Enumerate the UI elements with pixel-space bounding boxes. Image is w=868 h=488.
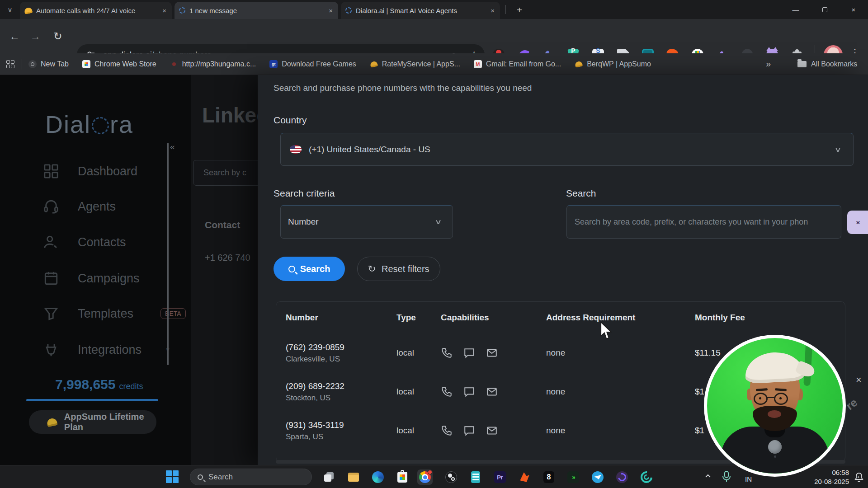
sidebar-collapse-icon[interactable]: « — [170, 142, 175, 152]
col-fee: Monthly Fee — [695, 313, 785, 323]
bookmark-new-tab[interactable]: New Tab — [28, 60, 69, 68]
notes-app-button[interactable] — [468, 469, 483, 485]
mms-capability-icon — [486, 347, 498, 359]
tab-appsumo[interactable]: Automate calls with 24/7 AI voice × — [20, 2, 172, 19]
edge-button[interactable] — [370, 469, 386, 485]
microsoft-store-button[interactable] — [395, 469, 410, 485]
start-button[interactable] — [165, 470, 179, 483]
sidebar-item-templates[interactable]: Templates BETA — [43, 306, 186, 321]
gmail-icon: M — [474, 60, 482, 68]
col-type: Type — [396, 313, 441, 323]
mp3-site-icon — [170, 60, 178, 68]
funnel-icon — [43, 306, 59, 321]
dialora-favicon — [179, 7, 185, 14]
sidebar-item-agents[interactable]: Agents — [43, 199, 116, 214]
swirl-app-button[interactable] — [614, 469, 630, 485]
headset-icon — [43, 199, 59, 214]
sidebar-scrollbar[interactable] — [167, 143, 169, 365]
calendar-icon — [43, 271, 59, 286]
microphone-icon[interactable] — [722, 471, 731, 483]
search-label: Search — [566, 188, 596, 199]
search-criteria-label: Search criteria — [274, 188, 335, 199]
notification-bell-icon[interactable]: z — [854, 472, 864, 483]
reset-filters-button[interactable]: ↺ Reset filters — [357, 257, 440, 281]
tray-expand-icon[interactable] — [704, 473, 712, 480]
chrome-button[interactable] — [417, 469, 433, 485]
close-window-button[interactable]: × — [839, 0, 868, 19]
orange-bird-app-button[interactable] — [517, 469, 532, 485]
search-input[interactable]: Search by area code, prefix, or characte… — [566, 205, 841, 239]
col-number: Number — [286, 313, 396, 323]
tab-dialora-active[interactable]: 1 new message × — [175, 2, 338, 19]
sidebar-item-campaigns[interactable]: Campaigns — [43, 271, 140, 286]
tab-close-icon[interactable]: × — [490, 7, 495, 14]
sidebar-item-contacts[interactable]: Contacts — [43, 235, 126, 250]
person-icon — [43, 235, 59, 250]
country-select[interactable]: (+1) United States/Canada - US ∨ — [280, 133, 854, 166]
tab-strip: ∨ Automate calls with 24/7 AI voice × 1 … — [0, 0, 868, 19]
green-chevrons-app-button[interactable]: ›› — [566, 469, 581, 485]
appsumo-plan-badge[interactable]: AppSumo Lifetime Plan — [29, 410, 156, 434]
taskbar-search[interactable]: Search — [190, 469, 312, 485]
dashboard-icon — [43, 164, 59, 179]
maximize-button[interactable] — [810, 0, 839, 19]
credits-counter: 7,998,655credits — [55, 377, 143, 392]
col-address: Address Requirement — [546, 313, 695, 323]
background-search-input: Search by c — [193, 160, 258, 186]
us-flag-icon — [290, 145, 302, 154]
country-label: Country — [274, 115, 307, 126]
webcam-close-icon[interactable]: × — [856, 374, 862, 386]
tab-divider — [505, 5, 506, 14]
tab-close-icon[interactable]: × — [328, 7, 334, 14]
bookmarks-bar: New Tab Chrome Web Store http://mp3hunga… — [0, 53, 868, 75]
bookmark-download-free-games[interactable]: gt Download Free Games — [269, 60, 356, 68]
bookmark-berqwp[interactable]: BerqWP | AppSumo — [575, 60, 651, 68]
voice-capability-icon — [441, 425, 453, 436]
new-tab-button[interactable]: + — [513, 3, 526, 17]
sidebar-item-dashboard[interactable]: Dashboard — [43, 164, 137, 179]
tab-dialora-site[interactable]: Dialora.ai | Smart AI Voice Agents × — [341, 2, 500, 19]
back-icon[interactable]: ← — [5, 27, 24, 45]
sms-capability-icon — [463, 386, 475, 398]
background-heading: Linked — [202, 103, 258, 127]
bookmark-chrome-web-store[interactable]: Chrome Web Store — [82, 60, 156, 68]
extension-side-handle[interactable]: ›‹ — [847, 211, 868, 234]
credits-progress-bar — [26, 399, 158, 401]
appsumo-taco-icon — [370, 60, 378, 68]
obs-button[interactable] — [443, 469, 459, 485]
web-store-icon — [82, 60, 90, 68]
svg-text:z: z — [858, 475, 859, 478]
minimize-button[interactable]: — — [781, 0, 810, 19]
beta-badge: BETA — [160, 308, 186, 319]
task-view-button[interactable] — [321, 469, 337, 485]
premiere-pro-button[interactable]: Pr — [492, 469, 508, 485]
sidebar-item-integrations[interactable]: Integrations — [43, 342, 142, 357]
tab-search-icon[interactable]: ∨ — [4, 4, 16, 16]
eight-app-button[interactable]: 8 — [541, 469, 557, 485]
bookmark-gmail[interactable]: M Gmail: Email from Go... — [474, 60, 561, 68]
window-controls: — × — [781, 0, 868, 19]
spiral-app-button[interactable] — [639, 469, 654, 485]
taskbar-clock[interactable]: 06:58 20-08-2025 — [805, 468, 849, 486]
reload-icon[interactable]: ↻ — [49, 27, 67, 45]
telegram-button[interactable] — [590, 469, 605, 485]
person-cap — [744, 351, 804, 384]
language-indicator[interactable]: IN — [745, 475, 752, 483]
tab-close-icon[interactable]: × — [161, 7, 167, 14]
date: 20-08-2025 — [805, 477, 849, 486]
bookmark-ratemyservice[interactable]: RateMyService | AppS... — [370, 60, 460, 68]
file-explorer-button[interactable] — [346, 469, 361, 485]
tab-title: 1 new message — [189, 7, 324, 14]
search-button[interactable]: Search — [274, 257, 345, 281]
bookmarks-overflow-icon[interactable]: » — [766, 59, 771, 69]
webcam-overlay[interactable] — [704, 335, 846, 477]
all-bookmarks-button[interactable]: All Bookmarks — [811, 60, 857, 68]
forward-icon[interactable]: → — [26, 27, 44, 45]
notification-dot — [428, 470, 432, 474]
search-icon — [198, 474, 203, 480]
bookmark-mp3hungama[interactable]: http://mp3hungama.c... — [170, 60, 256, 68]
plug-icon — [43, 342, 59, 357]
apps-grid-icon[interactable] — [6, 60, 14, 68]
voice-capability-icon — [441, 386, 453, 398]
search-criteria-select[interactable]: Number ∨ — [280, 205, 453, 239]
